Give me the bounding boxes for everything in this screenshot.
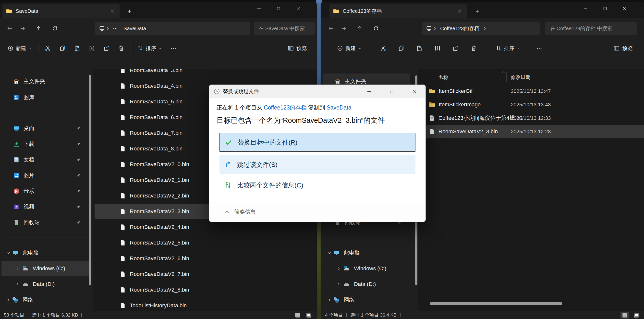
sidebar-scrollbar[interactable]	[89, 75, 91, 286]
chevron-right-icon[interactable]	[336, 266, 341, 271]
file-row[interactable]: RoomSaveDataV2_5.bin	[94, 235, 314, 251]
chevron-right-icon[interactable]	[327, 298, 332, 302]
tab-close-button[interactable]	[456, 7, 463, 15]
forward-button[interactable]	[337, 23, 350, 34]
paste-button[interactable]	[70, 42, 84, 55]
sidebar-item-drive-d[interactable]: Data (D:)	[322, 276, 410, 292]
minimize-button[interactable]	[255, 4, 263, 13]
chevron-down-icon[interactable]	[327, 250, 332, 255]
sidebar-item-pictures[interactable]: 图片	[2, 168, 89, 183]
cut-button[interactable]	[376, 42, 390, 55]
breadcrumb-ellipsis-icon[interactable]	[113, 26, 118, 31]
file-row[interactable]: RoomSaveDataV2_8.bin	[94, 282, 314, 298]
copy-button[interactable]	[55, 42, 70, 55]
tab-close-button[interactable]	[109, 7, 116, 15]
sidebar-item-this-pc[interactable]: 此电脑	[322, 245, 410, 261]
replace-file-option[interactable]: 替换目标中的文件(R)	[220, 133, 416, 152]
details-view-button[interactable]	[293, 312, 302, 318]
file-row[interactable]: RoomSaveData_3.bin	[94, 69, 314, 78]
more-options-button[interactable]	[166, 42, 181, 55]
sidebar-item-network[interactable]: 网络	[322, 292, 410, 308]
horizontal-scrollbar[interactable]	[430, 302, 562, 305]
sort-button[interactable]: 排序	[133, 42, 166, 55]
delete-button[interactable]	[466, 42, 481, 55]
sidebar-item-drive-d[interactable]: Data (D:)	[2, 276, 89, 292]
file-row[interactable]: TodoListHistoryData.bin	[94, 298, 314, 311]
minimize-button[interactable]	[581, 4, 590, 13]
chevron-right-icon[interactable]	[6, 298, 10, 302]
up-button[interactable]	[32, 23, 45, 34]
close-button[interactable]	[403, 85, 426, 98]
up-button[interactable]	[354, 23, 366, 34]
column-header-modified[interactable]: 修改日期	[511, 74, 530, 80]
sidebar-item-recycle-bin[interactable]: 回收站	[2, 215, 89, 230]
share-button[interactable]	[448, 42, 463, 55]
sidebar-item-this-pc[interactable]: 此电脑	[2, 245, 89, 261]
chevron-right-icon[interactable]	[336, 282, 341, 286]
sidebar-item-network[interactable]: 网络	[2, 292, 89, 308]
sidebar-item-music[interactable]: 音乐	[2, 183, 89, 199]
back-button[interactable]	[324, 23, 337, 34]
sidebar-item-downloads[interactable]: 下载	[2, 136, 89, 152]
share-button[interactable]	[99, 42, 114, 55]
sort-button[interactable]: 排序	[491, 42, 524, 55]
thumbnail-view-button[interactable]	[304, 312, 313, 318]
column-divider[interactable]	[506, 72, 506, 82]
skip-file-option[interactable]: 跳过该文件(S)	[220, 155, 416, 174]
file-row[interactable]: Coffee123小房间海滨位于第4槽.txt2025/10/13 12:33	[418, 111, 644, 125]
close-button[interactable]	[294, 4, 302, 13]
refresh-button[interactable]	[370, 23, 382, 34]
chevron-right-icon[interactable]	[15, 282, 20, 286]
sidebar-item-videos[interactable]: 视频	[2, 199, 89, 215]
source-folder-link[interactable]: Coffee123的存档	[264, 104, 307, 111]
destination-folder-link[interactable]: SaveData	[326, 104, 351, 111]
preview-button[interactable]: 预览	[284, 42, 311, 55]
column-header-name[interactable]: 名称	[438, 74, 448, 80]
new-tab-button[interactable]: +	[473, 7, 481, 15]
sidebar-item-gallery[interactable]: 图库	[2, 90, 89, 105]
new-button[interactable]: 新建	[333, 42, 366, 55]
maximize-button[interactable]	[601, 4, 609, 13]
chevron-right-icon[interactable]	[15, 266, 20, 271]
sidebar-item-desktop[interactable]: 桌面	[2, 120, 89, 136]
file-row[interactable]: RoomSaveDataV2_6.bin	[94, 251, 314, 266]
file-row-selected[interactable]: RoomSaveDataV2_3.bin2025/10/13 12:28	[418, 125, 644, 138]
preview-button[interactable]: 预览	[609, 42, 637, 55]
new-tab-button[interactable]: +	[126, 7, 134, 15]
copy-button[interactable]	[394, 42, 408, 55]
breadcrumb-current-folder[interactable]: SaveData	[124, 26, 146, 31]
search-box[interactable]: 在 SaveData 中搜索	[254, 22, 315, 35]
cut-button[interactable]	[40, 42, 55, 55]
refresh-button[interactable]	[48, 23, 61, 34]
tab-savedata[interactable]: SaveData	[2, 4, 120, 18]
maximize-button[interactable]	[274, 4, 283, 13]
breadcrumb-current-folder[interactable]: Coffee123的存档	[440, 25, 480, 32]
address-bar[interactable]: SaveData	[95, 22, 250, 35]
file-row[interactable]: ItemStickerGif2025/10/13 13:47	[418, 84, 644, 98]
search-box[interactable]: 在 Coffee123的存档 中搜索	[545, 22, 637, 35]
file-row[interactable]: RoomSaveDataV2_7.bin	[94, 266, 314, 282]
dialog-footer[interactable]: 简略信息	[209, 202, 426, 222]
address-bar[interactable]: Coffee123的存档	[422, 22, 540, 35]
rename-button[interactable]	[84, 42, 99, 55]
sidebar-item-documents[interactable]: 文档	[2, 152, 89, 168]
more-options-button[interactable]	[532, 42, 546, 55]
rename-button[interactable]	[430, 42, 445, 55]
close-button[interactable]	[620, 4, 629, 13]
sidebar-item-drive-c[interactable]: Windows (C:)	[2, 261, 89, 276]
tab-coffee123[interactable]: Coffee123的存档	[330, 4, 467, 18]
minimize-button[interactable]	[358, 85, 380, 98]
sidebar-item-drive-c[interactable]: Windows (C:)	[322, 261, 410, 276]
thumbnail-view-button[interactable]	[632, 312, 640, 318]
paste-button[interactable]	[412, 42, 427, 55]
forward-button[interactable]	[16, 23, 29, 34]
back-button[interactable]	[4, 23, 16, 34]
new-button[interactable]: 新建	[4, 42, 36, 55]
file-row[interactable]: ItemStickerImage2025/10/13 13:48	[418, 98, 644, 111]
sidebar-item-home[interactable]: 主文件夹	[2, 74, 89, 89]
delete-button[interactable]	[114, 42, 128, 55]
details-view-button[interactable]	[620, 312, 629, 318]
chevron-down-icon[interactable]	[6, 250, 11, 255]
compare-files-option[interactable]: 比较两个文件的信息(C)	[220, 176, 416, 194]
paste-icon	[416, 45, 422, 52]
